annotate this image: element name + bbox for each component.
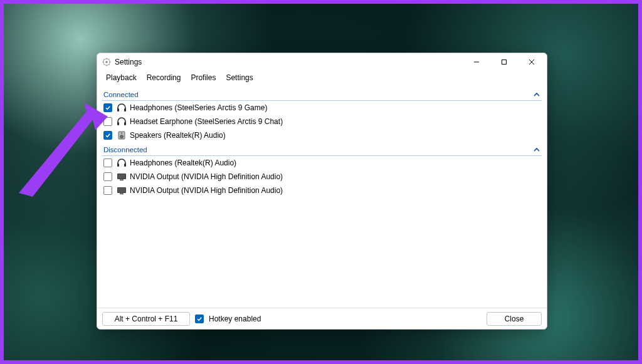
playback-tab-content: Connected Headphones (SteelSeries Arctis… [97,86,547,308]
device-name: Headset Earphone (SteelSeries Arctis 9 C… [130,117,283,126]
monitor-icon [116,185,127,195]
device-checkbox[interactable] [103,103,112,112]
window-footer: Alt + Control + F11 Hotkey enabled Close [97,308,547,329]
device-name: Headphones (SteelSeries Arctis 9 Game) [130,103,267,112]
svg-rect-15 [117,108,119,112]
device-name: NVIDIA Output (NVIDIA High Definition Au… [130,186,283,195]
svg-rect-17 [117,122,119,125]
device-checkbox[interactable] [103,186,112,195]
device-row[interactable]: NVIDIA Output (NVIDIA High Definition Au… [102,184,542,197]
close-window-button[interactable] [518,53,545,71]
device-checkbox[interactable] [103,131,112,140]
settings-window: Settings Playback Recording Profiles Set… [97,53,547,330]
chevron-up-icon [533,146,540,153]
device-row[interactable]: NVIDIA Output (NVIDIA High Definition Au… [102,170,542,184]
maximize-button[interactable] [490,53,518,71]
device-checkbox[interactable] [103,117,112,126]
window-title: Settings [115,58,142,66]
svg-rect-23 [124,164,126,167]
gear-icon [102,58,111,66]
headphones-icon [116,103,127,113]
svg-rect-26 [120,180,124,181]
device-row[interactable]: Headset Earphone (SteelSeries Arctis 9 C… [102,115,542,128]
headphones-icon [116,117,127,127]
svg-line-7 [103,59,105,60]
svg-point-21 [121,132,122,133]
device-checkbox[interactable] [103,172,112,181]
tab-strip: Playback Recording Profiles Settings [97,71,547,86]
svg-line-9 [108,59,110,60]
hotkey-enabled-checkbox[interactable] [195,315,204,323]
hotkey-enabled-label: Hotkey enabled [209,315,261,323]
chevron-up-icon [533,91,540,98]
device-row[interactable]: Speakers (Realtek(R) Audio) [102,128,542,142]
tab-recording[interactable]: Recording [142,71,186,85]
device-name: NVIDIA Output (NVIDIA High Definition Au… [130,172,283,181]
connected-device-list: Headphones (SteelSeries Arctis 9 Game)He… [102,101,542,142]
svg-rect-12 [502,60,507,65]
disconnected-device-list: Headphones (Realtek(R) Audio)NVIDIA Outp… [102,156,542,197]
tab-settings[interactable]: Settings [221,71,258,85]
headphones-icon [116,158,127,168]
tab-playback[interactable]: Playback [101,71,142,85]
svg-point-2 [105,61,108,63]
section-header-connected[interactable]: Connected [102,88,542,101]
speaker-icon [116,130,127,140]
svg-rect-16 [124,108,126,112]
section-header-disconnected[interactable]: Disconnected [102,143,542,156]
hotkey-input[interactable]: Alt + Control + F11 [102,312,190,326]
section-label: Connected [103,91,533,98]
minimize-button[interactable] [463,53,490,71]
device-row[interactable]: Headphones (Realtek(R) Audio) [102,156,542,170]
svg-line-10 [103,64,105,65]
close-button[interactable]: Close [487,312,542,326]
svg-line-8 [108,64,110,65]
tab-profiles[interactable]: Profiles [186,71,221,85]
svg-rect-29 [120,194,124,195]
device-row[interactable]: Headphones (SteelSeries Arctis 9 Game) [102,101,542,115]
monitor-icon [116,172,127,182]
svg-rect-28 [118,188,125,192]
svg-rect-25 [118,174,125,179]
section-label: Disconnected [103,146,533,153]
titlebar: Settings [97,53,547,71]
device-name: Headphones (Realtek(R) Audio) [130,159,236,167]
svg-rect-22 [117,164,119,167]
device-checkbox[interactable] [103,159,112,167]
svg-rect-18 [124,122,126,125]
svg-point-20 [120,135,124,138]
device-name: Speakers (Realtek(R) Audio) [130,131,226,140]
